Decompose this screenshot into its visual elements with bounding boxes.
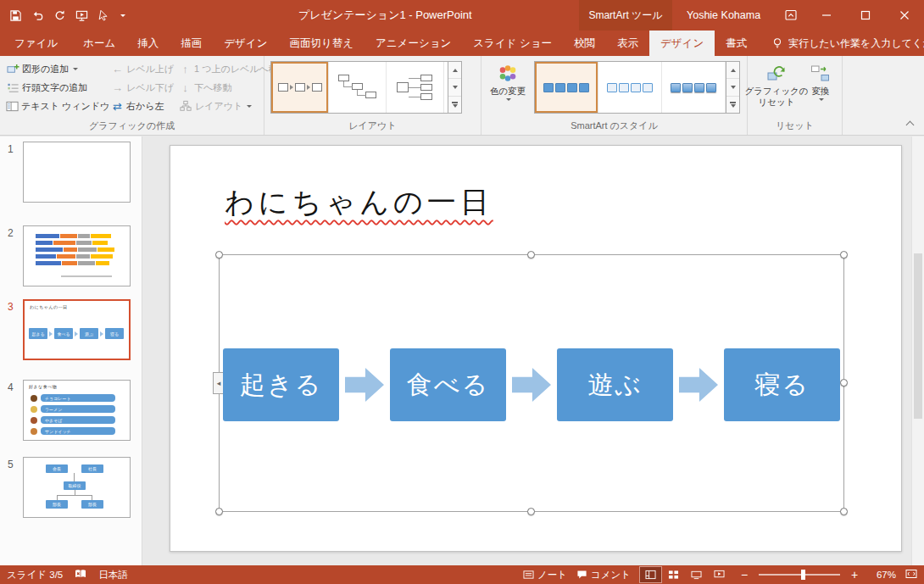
add-shape-button[interactable]: 図形の追加 — [3, 59, 109, 78]
undo-button[interactable] — [27, 3, 47, 27]
resize-handle-bottom-left[interactable] — [215, 508, 223, 515]
zoom-slider-thumb[interactable] — [801, 570, 805, 580]
minimize-button[interactable] — [807, 0, 846, 31]
save-button[interactable] — [5, 3, 25, 27]
demote-button[interactable]: → レベル下げ — [109, 78, 176, 97]
slide-editor[interactable]: わにちゃんの一日 ◂ 起きる 食べる 遊ぶ — [170, 145, 902, 552]
resize-handle-top-middle[interactable] — [527, 251, 535, 259]
ribbon: 図形の追加 行頭文字の追加 テキスト ウィンドウ ← レベ — [0, 56, 924, 136]
tell-me-box[interactable]: 実行したい作業を入力してください — [771, 31, 924, 56]
qat-customize-button[interactable] — [115, 3, 129, 27]
tab-transitions[interactable]: 画面切り替え — [278, 31, 365, 56]
tab-animations[interactable]: アニメーション — [365, 31, 462, 56]
slide-number-selected: 3 — [8, 301, 14, 313]
language-indicator[interactable]: 日本語 — [98, 569, 128, 581]
gallery-scroll-up-button[interactable] — [726, 62, 739, 79]
mini-smartart-box: 起きる — [29, 328, 47, 339]
contextual-tool-header: SmartArt ツール — [579, 0, 672, 31]
chevron-up-icon — [905, 120, 914, 129]
slide-thumbnail-2[interactable] — [23, 225, 131, 286]
gallery-scroll-down-button[interactable] — [448, 79, 461, 96]
gallery-more-button[interactable] — [448, 97, 461, 113]
smartart-shape[interactable]: 寝る — [724, 348, 840, 421]
slide-thumbnail-3-selected[interactable]: わにちゃんの一日 起きる 食べる 遊ぶ 寝る — [23, 299, 131, 360]
text-pane-button[interactable]: テキスト ウィンドウ — [3, 97, 109, 115]
ribbon-display-options-button[interactable] — [776, 0, 805, 31]
chevron-down-icon — [819, 98, 824, 103]
tab-file[interactable]: ファイル — [0, 31, 72, 56]
spell-check-button[interactable] — [75, 569, 86, 581]
tab-slideshow[interactable]: スライド ショー — [462, 31, 563, 56]
group-label-create-graphic: グラフィックの作成 — [0, 120, 264, 132]
slide-thumbnail-4[interactable]: 好きな食べ物 チョコレート ラーメン やきそば サンドイッチ — [23, 380, 131, 441]
account-name[interactable]: Yoshie Kohama — [687, 0, 760, 31]
fit-to-window-button[interactable] — [905, 569, 917, 581]
layout-option-step-process[interactable] — [329, 62, 387, 113]
slide-thumbnail-5[interactable]: 会長 社長 取締役 部長 部長 — [23, 457, 131, 518]
normal-view-button[interactable] — [640, 567, 661, 582]
slideshow-icon — [75, 9, 88, 22]
close-button[interactable] — [885, 0, 924, 31]
slideshow-view-button[interactable] — [709, 567, 730, 582]
gallery-scroll-up-button[interactable] — [448, 62, 461, 79]
notes-button[interactable]: ノート — [523, 569, 567, 581]
touch-mouse-mode-button[interactable] — [93, 3, 114, 27]
gallery-scroll-down-button[interactable] — [726, 79, 739, 96]
smartart-shape[interactable]: 遊ぶ — [557, 348, 673, 421]
reset-graphic-button[interactable]: グラフィックの リセット — [751, 59, 802, 124]
tab-review[interactable]: 校閲 — [563, 31, 606, 56]
right-to-left-button[interactable]: ⇄ 右から左 — [109, 97, 176, 115]
process-arrow[interactable] — [679, 368, 718, 402]
layout-option-basic-process[interactable] — [271, 62, 329, 113]
start-slideshow-button[interactable] — [71, 3, 92, 27]
style-option-subtle-effect[interactable] — [662, 62, 726, 113]
swap-arrows-icon: ⇄ — [111, 101, 124, 112]
tab-design[interactable]: デザイン — [213, 31, 278, 56]
maximize-button[interactable] — [846, 0, 885, 31]
resize-handle-middle-right[interactable] — [840, 379, 848, 387]
smartart-shape[interactable]: 起きる — [223, 348, 339, 421]
promote-button[interactable]: ← レベル上げ — [109, 59, 176, 78]
slideshow-view-icon — [714, 570, 725, 580]
mini-list-bar: ラーメン — [41, 405, 115, 413]
collapse-ribbon-button[interactable] — [903, 117, 916, 129]
tab-smartart-format[interactable]: 書式 — [715, 31, 758, 56]
change-colors-button[interactable]: 色の変更 — [485, 59, 531, 124]
zoom-out-button[interactable]: − — [739, 568, 749, 581]
resize-handle-bottom-middle[interactable] — [527, 508, 535, 515]
slide-number: 5 — [8, 459, 14, 470]
zoom-in-button[interactable]: + — [849, 568, 860, 581]
style-option-simple-fill[interactable] — [535, 62, 598, 113]
vertical-scrollbar[interactable] — [911, 136, 924, 565]
group-label-layouts: レイアウト — [264, 120, 481, 132]
slide-sorter-view-button[interactable] — [663, 567, 684, 582]
smartart-selection-frame[interactable]: ◂ 起きる 食べる 遊ぶ 寝る — [219, 254, 844, 512]
tab-view[interactable]: 表示 — [606, 31, 649, 56]
slide-title-text[interactable]: わにちゃんの一日 — [225, 183, 493, 222]
style-option-white-outline[interactable] — [598, 62, 662, 113]
reading-view-button[interactable] — [686, 567, 707, 582]
add-bullet-button[interactable]: 行頭文字の追加 — [3, 78, 109, 97]
tab-home[interactable]: ホーム — [72, 31, 126, 56]
gallery-more-button[interactable] — [726, 97, 739, 113]
resize-handle-bottom-right[interactable] — [840, 508, 848, 515]
reading-view-icon — [691, 570, 702, 580]
layout-option-accent-process[interactable] — [387, 62, 444, 113]
convert-button[interactable]: 変換 — [802, 59, 839, 124]
resize-handle-top-right[interactable] — [840, 251, 848, 259]
spell-check-icon — [75, 569, 86, 579]
zoom-slider[interactable] — [759, 574, 840, 576]
tab-smartart-design[interactable]: デザイン — [649, 31, 715, 56]
redo-button[interactable] — [49, 3, 70, 27]
tab-insert[interactable]: 挿入 — [126, 31, 170, 56]
slide-thumbnail-1[interactable] — [23, 142, 131, 203]
comments-button[interactable]: コメント — [576, 569, 631, 581]
smartart-shape[interactable]: 食べる — [390, 348, 506, 421]
resize-handle-top-left[interactable] — [215, 251, 223, 259]
tab-draw[interactable]: 描画 — [170, 31, 213, 56]
process-arrow[interactable] — [512, 368, 551, 402]
undo-icon — [31, 9, 44, 22]
zoom-level[interactable]: 67% — [869, 570, 896, 580]
process-arrow[interactable] — [345, 368, 384, 402]
scrollbar-thumb[interactable] — [914, 253, 922, 419]
